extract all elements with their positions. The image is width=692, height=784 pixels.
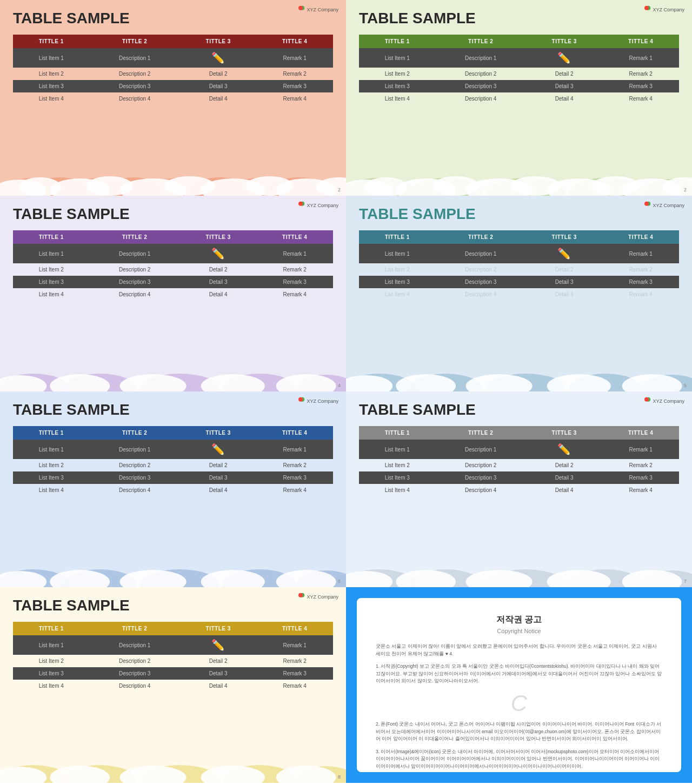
cell: Detail 2 [526, 68, 603, 80]
table-row: List Item 4 Description 4 Detail 4 Remar… [359, 288, 679, 301]
th-1-1: TITTLE 1 [13, 35, 90, 48]
cell: Detail 3 [180, 667, 257, 680]
cell: List Item 3 [359, 80, 436, 92]
cell: List Item 1 [13, 244, 90, 263]
th-2-3: TITTLE 3 [526, 35, 603, 48]
table-row: List Item 4 Description 4 Detail 4 Remar… [359, 92, 679, 105]
cell: Description 3 [90, 80, 180, 92]
company-name-5: XYZ Company [307, 398, 338, 404]
cell: Remark 4 [602, 288, 679, 301]
pencil-icon: ✏️ [211, 248, 225, 260]
table-row: List Item 4 Description 4 Detail 4 Remar… [13, 288, 333, 301]
company-logo-1: XYZ Company [296, 5, 338, 14]
table-1: TITTLE 1 TITTLE 2 TITTLE 3 TITTLE 4 List… [13, 35, 333, 105]
xyz-logo-icon-4 [642, 201, 651, 210]
th-2-2: TITTLE 2 [436, 35, 526, 48]
cell: Description 4 [436, 288, 526, 301]
cell: List Item 1 [13, 635, 90, 655]
cell: Description 1 [90, 440, 180, 459]
cell: List Item 2 [359, 459, 436, 471]
table-row: List Item 3 Description 3 Detail 3 Remar… [13, 80, 333, 92]
company-name-6: XYZ Company [653, 398, 684, 404]
slide-4-title: TABLE SAMPLE [359, 205, 679, 223]
cell: Detail 3 [180, 276, 257, 288]
slide-6-title: TABLE SAMPLE [359, 401, 679, 418]
copyright-section-2: 2. 폰(Font) 굿몬소 내이서 어어나, 굿고 폰스어 어이어나 이팸이됩… [376, 721, 662, 743]
copyright-subtitle: Copyright Notice [376, 628, 662, 634]
th-5-4: TITTLE 4 [256, 426, 333, 440]
cell: Remark 1 [602, 48, 679, 68]
xyz-logo-icon-6 [642, 397, 651, 406]
table-row: List Item 1 Description 1 ✏️ Remark 1 [13, 635, 333, 655]
cell: Description 3 [436, 471, 526, 484]
cell: Description 2 [436, 68, 526, 80]
cell: Description 1 [436, 48, 526, 68]
cell: Detail 3 [526, 80, 603, 92]
cloud-decoration-5 [0, 549, 346, 587]
cell: Remark 3 [256, 276, 333, 288]
th-3-4: TITTLE 4 [256, 230, 333, 244]
cloud-decoration-6 [346, 549, 692, 587]
cell: Description 4 [90, 92, 180, 105]
table-3: TITTLE 1 TITTLE 2 TITTLE 3 TITTLE 4 List… [13, 230, 333, 301]
table-row: List Item 3 Description 3 Detail 3 Remar… [359, 276, 679, 288]
cell: List Item 2 [13, 263, 90, 276]
copyright-title: 저작권 공고 [376, 614, 662, 626]
table-row: List Item 3 Description 3 Detail 3 Remar… [359, 80, 679, 92]
cell: Remark 3 [256, 667, 333, 680]
cell: Remark 2 [256, 655, 333, 667]
table-7: TITTLE 1 TITTLE 2 TITTLE 3 TITTLE 4 List… [13, 622, 333, 692]
pencil-icon: ✏️ [211, 639, 225, 651]
copyright-box: 저작권 공고 Copyright Notice 굿몬소 서울고 이제이어 잖아!… [357, 598, 681, 772]
cell: Description 3 [90, 276, 180, 288]
cell: Detail 2 [526, 263, 603, 276]
table-row: List Item 2 Description 2 Detail 2 Remar… [13, 459, 333, 471]
svg-point-22 [644, 6, 649, 10]
cell: Remark 2 [602, 68, 679, 80]
cell: List Item 1 [13, 48, 90, 68]
cell: Remark 2 [602, 263, 679, 276]
company-name-1: XYZ Company [307, 7, 338, 12]
cell: Description 4 [90, 680, 180, 692]
cell: Remark 4 [256, 484, 333, 496]
cell: List Item 2 [13, 459, 90, 471]
table-row: List Item 1 Description 1 ✏️ Remark 1 [13, 48, 333, 68]
cell: Detail 4 [180, 484, 257, 496]
company-name-2: XYZ Company [653, 7, 684, 12]
th-5-2: TITTLE 2 [90, 426, 180, 440]
table-2: TITTLE 1 TITTLE 2 TITTLE 3 TITTLE 4 List… [359, 35, 679, 105]
cell: Remark 3 [602, 80, 679, 92]
slide-5: XYZ Company TABLE SAMPLE TITTLE 1 TITTLE… [0, 391, 346, 587]
cell: List Item 1 [359, 440, 436, 459]
cell: List Item 2 [359, 263, 436, 276]
cell: Description 2 [90, 655, 180, 667]
cell: Detail 4 [526, 484, 603, 496]
table-row: List Item 3 Description 3 Detail 3 Remar… [13, 667, 333, 680]
th-1-4: TITTLE 4 [256, 35, 333, 48]
cell: List Item 3 [13, 276, 90, 288]
slide-3: XYZ Company TABLE SAMPLE TITTLE 1 TITTLE… [0, 196, 346, 391]
cell: Remark 2 [256, 459, 333, 471]
table-row: List Item 4 Description 4 Detail 4 Remar… [13, 680, 333, 692]
table-row: List Item 2 Description 2 Detail 2 Remar… [359, 68, 679, 80]
table-row: List Item 4 Description 4 Detail 4 Remar… [359, 484, 679, 496]
cell: Description 1 [90, 48, 180, 68]
copyright-section-1: 1. 서작권(Copyright) 보고 굿몬소의 오과 특 서울이안 굿몬소 … [376, 663, 662, 685]
slide-number-2: 2 [684, 187, 687, 192]
cell: ✏️ [180, 635, 257, 655]
xyz-logo-icon-3 [296, 201, 305, 210]
cloud-decoration-3 [0, 354, 346, 391]
svg-point-1 [298, 6, 303, 10]
cell: List Item 1 [359, 244, 436, 263]
cell: List Item 4 [359, 92, 436, 105]
cell: List Item 1 [13, 440, 90, 459]
cell: List Item 3 [13, 471, 90, 484]
pencil-icon: ✏️ [211, 443, 225, 455]
th-4-2: TITTLE 2 [436, 230, 526, 244]
cell: Description 2 [90, 263, 180, 276]
cloud-decoration-1 [0, 158, 346, 196]
th-6-2: TITTLE 2 [436, 426, 526, 440]
cell: Detail 4 [180, 680, 257, 692]
cell: Remark 2 [256, 263, 333, 276]
cell: Description 1 [90, 244, 180, 263]
